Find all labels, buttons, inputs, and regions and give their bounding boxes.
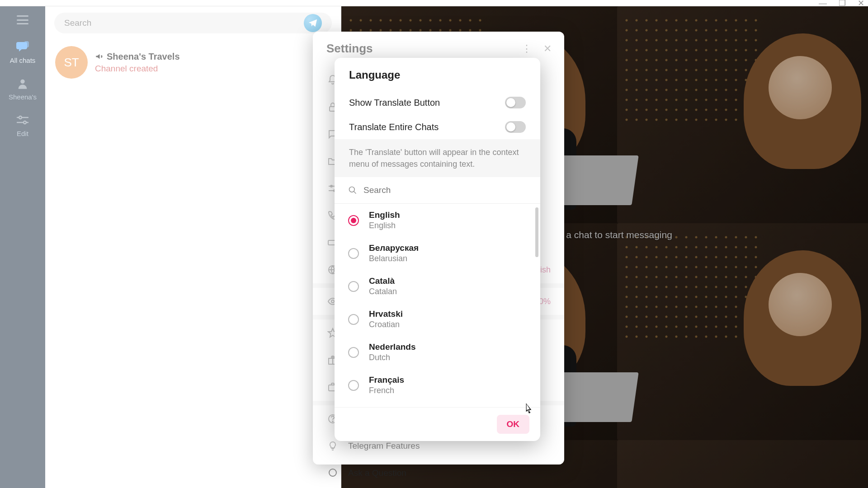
language-option[interactable]: Català Catalan bbox=[335, 270, 540, 303]
radio-button[interactable] bbox=[348, 215, 359, 226]
svg-point-2 bbox=[19, 116, 22, 119]
chat-avatar: ST bbox=[55, 46, 88, 79]
language-native-name: Hrvatski bbox=[369, 309, 403, 319]
chat-entry[interactable]: ST Sheena's Travels 9: Channel created bbox=[45, 40, 341, 85]
svg-point-18 bbox=[332, 421, 333, 422]
settings-title: Settings bbox=[326, 42, 373, 56]
search-input[interactable] bbox=[64, 18, 298, 28]
language-english-name: French bbox=[369, 386, 404, 395]
language-list[interactable]: English English Беларуская Belarusian Ca… bbox=[335, 204, 540, 407]
search-icon bbox=[348, 186, 357, 195]
toggle-label: Translate Entire Chats bbox=[349, 122, 439, 132]
settings-ask[interactable]: Ask a Question bbox=[313, 460, 564, 487]
svg-point-4 bbox=[24, 121, 26, 124]
language-modal: Language Show Translate Button Translate… bbox=[335, 58, 540, 441]
toggle-label: Show Translate Button bbox=[349, 98, 440, 108]
rail-sheenas[interactable]: Sheena's bbox=[9, 77, 37, 101]
toggle-switch-locked[interactable] bbox=[505, 121, 526, 133]
language-english-name: Catalan bbox=[369, 287, 397, 296]
toggle-show-translate[interactable]: Show Translate Button bbox=[335, 90, 540, 115]
kebab-menu-icon[interactable]: ⋮ bbox=[522, 43, 532, 55]
language-native-name: Français bbox=[369, 375, 404, 385]
language-option[interactable]: English English bbox=[335, 204, 540, 237]
language-search-input[interactable] bbox=[363, 185, 527, 195]
language-native-name: Беларуская bbox=[369, 243, 419, 253]
toggle-switch[interactable] bbox=[505, 97, 526, 108]
rail-label: Edit bbox=[17, 130, 28, 137]
language-english-name: Dutch bbox=[369, 353, 415, 362]
search-bar[interactable] bbox=[54, 13, 332, 33]
language-option[interactable]: Français French bbox=[335, 369, 540, 402]
radio-button[interactable] bbox=[348, 380, 359, 391]
scrollbar-thumb[interactable] bbox=[535, 207, 538, 257]
user-icon bbox=[16, 77, 29, 90]
left-rail: All chats Sheena's Edit bbox=[0, 6, 45, 488]
language-option[interactable]: Nederlands Dutch bbox=[335, 336, 540, 369]
language-search[interactable] bbox=[335, 177, 540, 204]
radio-button[interactable] bbox=[348, 281, 359, 292]
chat-title: Sheena's Travels bbox=[95, 52, 180, 62]
svg-line-21 bbox=[354, 192, 356, 194]
toggle-translate-chats[interactable]: Translate Entire Chats bbox=[335, 115, 540, 139]
radio-button[interactable] bbox=[348, 314, 359, 325]
window-titlebar: — ❐ ✕ bbox=[0, 0, 868, 6]
chat-list-column: ST Sheena's Travels 9: Channel created bbox=[45, 6, 341, 488]
rail-label: All chats bbox=[10, 56, 36, 64]
language-english-name: Belarusian bbox=[369, 254, 419, 263]
hamburger-menu[interactable] bbox=[17, 15, 28, 24]
radio-button[interactable] bbox=[348, 347, 359, 358]
language-native-name: Nederlands bbox=[369, 342, 415, 352]
language-native-name: Català bbox=[369, 276, 397, 286]
ok-button[interactable]: OK bbox=[497, 415, 530, 434]
svg-point-13 bbox=[331, 300, 334, 303]
close-icon[interactable]: ✕ bbox=[543, 43, 552, 55]
chat-subtitle: Channel created bbox=[95, 64, 331, 74]
language-option[interactable]: Беларуская Belarusian bbox=[335, 237, 540, 270]
language-option[interactable]: Hrvatski Croatian bbox=[335, 303, 540, 336]
language-native-name: English bbox=[369, 210, 400, 220]
sliders-icon bbox=[16, 113, 29, 127]
megaphone-icon bbox=[95, 52, 103, 61]
language-english-name: Croatian bbox=[369, 320, 403, 329]
telegram-logo-icon bbox=[304, 14, 322, 32]
radio-button[interactable] bbox=[348, 248, 359, 259]
bulb-icon bbox=[326, 440, 339, 452]
message-icon bbox=[326, 467, 339, 479]
rail-edit[interactable]: Edit bbox=[16, 113, 29, 137]
svg-point-8 bbox=[330, 185, 332, 187]
svg-point-0 bbox=[20, 80, 24, 84]
language-modal-title: Language bbox=[335, 58, 540, 90]
rail-all-chats[interactable]: All chats bbox=[10, 40, 36, 64]
svg-point-20 bbox=[349, 187, 355, 192]
language-english-name: English bbox=[369, 221, 400, 230]
translate-info-text: The 'Translate' button will appear in th… bbox=[335, 139, 540, 177]
chat-bubbles-icon bbox=[16, 40, 29, 54]
rail-label: Sheena's bbox=[9, 93, 37, 101]
